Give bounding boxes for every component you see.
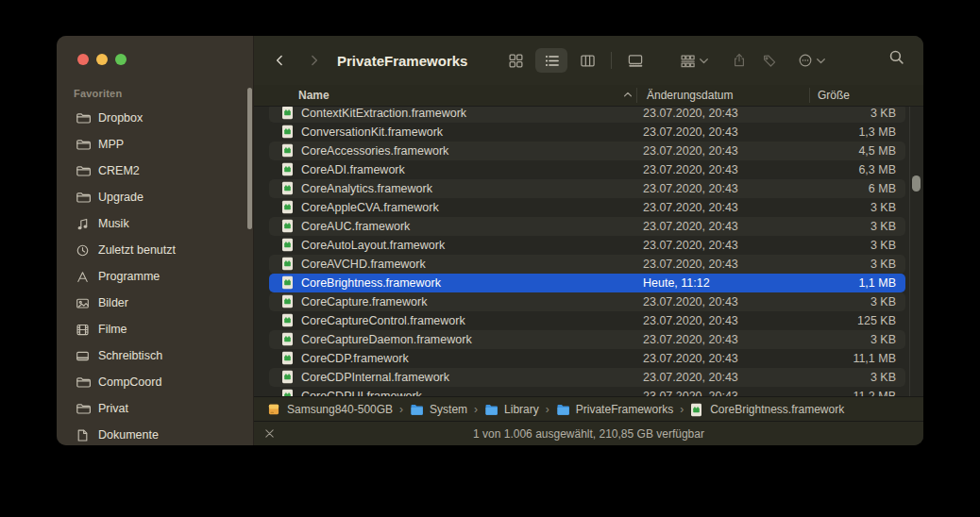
more-button[interactable]: [794, 48, 830, 73]
sidebar-item-privat[interactable]: Privat: [57, 395, 253, 422]
file-name: CoreCDPUI.framework: [301, 390, 422, 396]
file-row[interactable]: CoreCaptureControl.framework23.07.2020, …: [269, 311, 905, 330]
toolbar: PrivateFrameworks: [254, 36, 923, 85]
sidebar-item-upgrade[interactable]: Upgrade: [57, 184, 253, 210]
breadcrumb-item[interactable]: System: [410, 403, 467, 416]
file-modified-date: Heute, 11:12: [643, 276, 710, 290]
breadcrumb-separator: ›: [399, 403, 403, 416]
sidebar-item-label: Privat: [98, 402, 128, 415]
framework-icon: [281, 313, 296, 328]
file-row[interactable]: CoreCDPInternal.framework23.07.2020, 20:…: [269, 368, 905, 387]
framework-icon: [281, 332, 296, 347]
path-bar: Samsung840-500GB›System›Library›PrivateF…: [254, 396, 923, 422]
music-note-icon: [75, 216, 91, 232]
framework-icon: [281, 107, 296, 121]
file-row[interactable]: CoreAVCHD.framework23.07.2020, 20:433 KB: [269, 255, 905, 274]
sidebar-item-label: Zuletzt benutzt: [98, 243, 176, 257]
icon-view-button[interactable]: [499, 48, 532, 73]
breadcrumb-item[interactable]: PrivateFrameworks: [556, 403, 673, 416]
window-controls: [77, 54, 127, 65]
file-size: 3 KB: [870, 239, 896, 252]
file-size: 1,3 MB: [858, 125, 896, 139]
framework-icon: [281, 181, 296, 196]
gallery-view-button[interactable]: [619, 48, 651, 73]
file-modified-date: 23.07.2020, 20:43: [643, 295, 738, 309]
search-button[interactable]: [888, 49, 904, 65]
breadcrumb-item[interactable]: CoreBrightness.framework: [690, 403, 844, 416]
sidebar-item-bilder[interactable]: Bilder: [57, 290, 253, 316]
file-row[interactable]: ContextKitExtraction.framework23.07.2020…: [269, 107, 905, 123]
file-row[interactable]: CoreADI.framework23.07.2020, 20:436,3 MB: [269, 160, 905, 179]
file-modified-date: 23.07.2020, 20:43: [643, 333, 738, 346]
status-text: 1 von 1.006 ausgewählt, 210,85 GB verfüg…: [254, 427, 923, 441]
column-header-size[interactable]: Größe: [818, 89, 850, 102]
sidebar-item-label: CREM2: [98, 164, 140, 177]
file-modified-date: 23.07.2020, 20:43: [643, 182, 738, 195]
breadcrumb-label: Samsung840-500GB: [287, 403, 393, 416]
column-header-date[interactable]: Änderungsdatum: [647, 89, 733, 102]
column-header-name[interactable]: Name: [298, 89, 329, 102]
group-by-button[interactable]: [676, 48, 713, 73]
framework-icon: [281, 200, 296, 215]
file-size: 3 KB: [870, 258, 896, 271]
icon-view-icon: [508, 53, 524, 69]
file-name: CoreAppleCVA.framework: [301, 201, 439, 214]
file-name: CoreCDPInternal.framework: [301, 371, 449, 384]
file-name: CoreCDP.framework: [301, 352, 409, 365]
file-row[interactable]: CoreAutoLayout.framework23.07.2020, 20:4…: [269, 236, 905, 255]
file-row[interactable]: CoreAppleCVA.framework23.07.2020, 20:433…: [269, 198, 905, 217]
close-window-button[interactable]: [77, 54, 89, 65]
file-name: CoreAnalytics.framework: [301, 182, 432, 195]
framework-icon: [281, 294, 296, 309]
file-row[interactable]: CoreCapture.framework23.07.2020, 20:433 …: [269, 292, 905, 311]
navigation-buttons: [269, 50, 324, 71]
sort-ascending-icon: [622, 90, 634, 101]
scrollbar-thumb[interactable]: [912, 175, 921, 192]
file-modified-date: 23.07.2020, 20:43: [643, 201, 738, 214]
sidebar-item-dropbox[interactable]: Dropbox: [57, 105, 253, 131]
file-row[interactable]: CoreCDP.framework23.07.2020, 20:4311,1 M…: [269, 349, 905, 368]
file-row-selected[interactable]: CoreBrightness.frameworkHeute, 11:121,1 …: [269, 274, 905, 292]
sidebar-item-dokumente[interactable]: Dokumente: [57, 422, 253, 445]
gallery-view-icon: [627, 53, 644, 69]
sidebar-item-compcoord[interactable]: CompCoord: [57, 369, 253, 395]
file-row[interactable]: CoreCDPUI.framework23.07.2020, 20:4311,2…: [269, 387, 905, 396]
breadcrumb-item[interactable]: Library: [484, 403, 539, 416]
sidebar-item-zuletzt-benutzt[interactable]: Zuletzt benutzt: [57, 237, 253, 263]
column-divider[interactable]: [809, 88, 810, 103]
sidebar-item-mpp[interactable]: MPP: [57, 131, 253, 158]
view-mode-switcher: [499, 48, 651, 73]
file-row[interactable]: CoreAccessories.framework23.07.2020, 20:…: [269, 142, 905, 160]
column-headers: Name Änderungsdatum Größe: [254, 85, 923, 107]
chevron-down-icon: [816, 56, 826, 66]
tag-button[interactable]: [758, 48, 781, 73]
file-size: 6,3 MB: [858, 163, 896, 176]
breadcrumb-item[interactable]: Samsung840-500GB: [267, 403, 393, 416]
file-row[interactable]: CoreAUC.framework23.07.2020, 20:433 KB: [269, 217, 905, 236]
sidebar-item-programme[interactable]: Programme: [57, 263, 253, 290]
list-view-button[interactable]: [535, 48, 567, 73]
file-name: CoreAccessories.framework: [301, 144, 448, 158]
sidebar-item-filme[interactable]: Filme: [57, 316, 253, 342]
file-row[interactable]: ConversationKit.framework23.07.2020, 20:…: [269, 123, 905, 142]
share-button[interactable]: [728, 48, 751, 73]
sidebar-item-musik[interactable]: Musik: [57, 210, 253, 237]
minimize-window-button[interactable]: [96, 54, 108, 65]
sidebar-item-label: MPP: [98, 138, 124, 151]
column-view-button[interactable]: [571, 48, 603, 73]
file-row[interactable]: CoreCaptureDaemon.framework23.07.2020, 2…: [269, 330, 905, 349]
file-size: 125 KB: [857, 314, 896, 327]
file-modified-date: 23.07.2020, 20:43: [643, 144, 738, 158]
toolbar-divider: [611, 52, 612, 69]
forward-button[interactable]: [303, 50, 324, 71]
sidebar-item-crem2[interactable]: CREM2: [57, 158, 253, 184]
file-size: 3 KB: [870, 371, 896, 384]
column-view-icon: [580, 53, 596, 69]
sidebar-item-schreibtisch[interactable]: Schreibtisch: [57, 342, 253, 369]
chevron-down-icon: [699, 56, 709, 66]
back-button[interactable]: [269, 50, 290, 71]
column-divider[interactable]: [636, 88, 637, 103]
sidebar-scrollbar[interactable]: [247, 88, 252, 229]
file-row[interactable]: CoreAnalytics.framework23.07.2020, 20:43…: [269, 179, 905, 198]
zoom-window-button[interactable]: [115, 54, 127, 65]
